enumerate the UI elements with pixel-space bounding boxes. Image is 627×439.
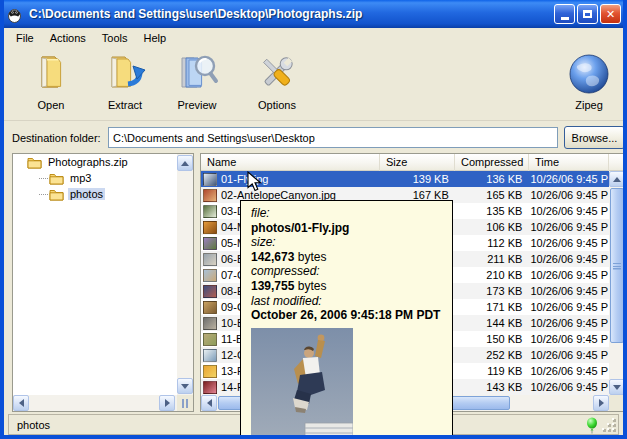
file-time: 10/26/06 9:45 P: [527, 285, 609, 297]
list-vscroll-track[interactable]: [609, 171, 625, 395]
window-title: C:\Documents and Settings\user\Desktop\P…: [29, 7, 554, 21]
menu-item[interactable]: Tools: [94, 30, 136, 46]
column-header-time[interactable]: Time: [529, 154, 609, 171]
column-header-filler: [609, 154, 625, 171]
tree-hscroll-track[interactable]: [13, 395, 177, 411]
file-compressed: 165 KB: [454, 189, 528, 201]
file-time: 10/26/06 9:45 P: [527, 205, 609, 217]
title-bar[interactable]: C:\Documents and Settings\user\Desktop\P…: [0, 0, 627, 28]
file-thumbnail-icon: [203, 253, 217, 266]
folder-tree-panel: Photographs.zip mp3 photos: [12, 153, 194, 412]
close-icon: ✕: [606, 8, 615, 21]
file-thumbnail-icon: [203, 269, 217, 282]
file-compressed: 144 KB: [454, 317, 528, 329]
tree-vscroll-track[interactable]: [177, 154, 193, 395]
file-compressed: 135 KB: [454, 205, 528, 217]
preview-button[interactable]: Preview: [164, 49, 230, 117]
zipeg-button[interactable]: Zipeg: [556, 49, 622, 117]
tooltip-preview-image: [251, 328, 353, 439]
file-time: 10/26/06 9:45 P: [527, 173, 609, 185]
file-time: 10/26/06 9:45 P: [527, 333, 609, 345]
list-scroll-right-button[interactable]: [593, 395, 609, 411]
scroll-grip: [613, 262, 621, 269]
file-thumbnail-icon: [203, 333, 217, 346]
file-thumbnail-icon: [203, 205, 217, 218]
tooltip-compressed-label: compressed:: [251, 264, 452, 279]
destination-row: Destination folder: Browse...: [4, 122, 623, 153]
arrow-down-icon: [181, 384, 189, 389]
arrow-up-icon: [181, 161, 189, 166]
tree-item-root[interactable]: Photographs.zip: [13, 154, 177, 170]
tooltip-file-label: file:: [251, 206, 452, 221]
scroll-corner: [609, 395, 625, 411]
splitter-grip[interactable]: [177, 395, 193, 411]
resize-grip[interactable]: [602, 418, 617, 433]
file-compressed: 252 KB: [454, 349, 528, 361]
tree-scroll-right-button[interactable]: [159, 395, 175, 411]
list-scroll-down-button[interactable]: [609, 379, 625, 395]
status-text: photos: [17, 419, 50, 431]
options-label: Options: [258, 99, 296, 111]
file-thumbnail-icon: [203, 221, 217, 234]
maximize-icon: [583, 10, 592, 18]
app-penguin-icon: [6, 6, 23, 23]
folder-icon: [49, 188, 64, 201]
file-compressed: 143 KB: [454, 381, 528, 393]
browse-button[interactable]: Browse...: [564, 126, 625, 149]
file-thumbnail-icon: [203, 237, 217, 250]
tree-item-label: mp3: [68, 172, 93, 184]
tree-scroll-up-button[interactable]: [177, 155, 193, 171]
arrow-up-icon: [613, 177, 621, 182]
list-vscroll-thumb[interactable]: [610, 188, 624, 343]
tooltip-size-label: size:: [251, 235, 452, 250]
list-header: Name Size Compressed Time: [201, 154, 625, 171]
zipeg-window: C:\Documents and Settings\user\Desktop\P…: [0, 0, 627, 439]
column-header-name[interactable]: Name: [201, 154, 380, 171]
arrow-left-icon: [207, 399, 212, 407]
open-button[interactable]: Open: [18, 49, 84, 117]
file-thumbnail-icon: [203, 349, 217, 362]
zipeg-label: Zipeg: [575, 99, 603, 111]
tooltip-modified-label: last modified:: [251, 294, 452, 309]
tree-item-label: Photographs.zip: [46, 156, 130, 168]
tree-scroll-left-button[interactable]: [13, 395, 29, 411]
hint-balloon-icon[interactable]: [585, 417, 599, 434]
file-name: 01-Fly.jpg: [221, 173, 379, 185]
menu-item[interactable]: Help: [136, 30, 175, 46]
file-compressed: 210 KB: [454, 269, 528, 281]
tree-item[interactable]: mp3: [13, 170, 177, 186]
options-button[interactable]: Options: [244, 49, 310, 117]
column-header-compressed[interactable]: Compressed: [455, 154, 529, 171]
tooltip-modified-value: October 26, 2006 9:45:18 PM PDT: [251, 308, 452, 323]
folder-tree: Photographs.zip mp3 photos: [13, 154, 177, 395]
file-thumbnail-icon: [203, 317, 217, 330]
file-time: 10/26/06 9:45 P: [527, 349, 609, 361]
tree-item-label: photos: [68, 188, 105, 200]
menu-item[interactable]: Actions: [42, 30, 94, 46]
list-scroll-up-button[interactable]: [609, 171, 625, 187]
tree-item[interactable]: photos: [13, 186, 177, 202]
extract-label: Extract: [108, 99, 142, 111]
file-info-tooltip: file: photos/01-Fly.jpg size: 142,673 by…: [240, 200, 453, 439]
close-button[interactable]: ✕: [600, 4, 621, 24]
column-header-size[interactable]: Size: [380, 154, 455, 171]
minimize-button[interactable]: [554, 4, 575, 24]
extract-button[interactable]: Extract: [92, 49, 158, 117]
file-time: 10/26/06 9:45 P: [527, 189, 609, 201]
arrow-down-icon: [613, 385, 621, 390]
destination-input[interactable]: [108, 127, 558, 148]
file-compressed: 171 KB: [454, 301, 528, 313]
menu-bar: FileActionsToolsHelp: [4, 28, 623, 47]
file-time: 10/26/06 9:45 P: [527, 301, 609, 313]
folder-extract-icon: [102, 49, 148, 99]
maximize-button[interactable]: [577, 4, 598, 24]
file-compressed: 112 KB: [454, 237, 528, 249]
file-thumbnail-icon: [203, 365, 217, 378]
tooltip-size-value: 142,673 bytes: [251, 250, 452, 265]
tree-scroll-down-button[interactable]: [177, 378, 193, 394]
file-time: 10/26/06 9:45 P: [527, 365, 609, 377]
list-scroll-left-button[interactable]: [201, 395, 217, 411]
folder-preview-icon: [174, 49, 220, 99]
globe-icon: [567, 49, 611, 99]
menu-item[interactable]: File: [8, 30, 42, 46]
